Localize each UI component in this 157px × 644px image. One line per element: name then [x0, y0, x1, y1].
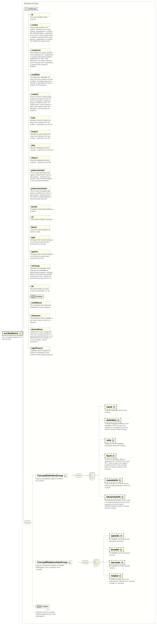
attr-how-desc: Indicates by which means the value was e…	[30, 120, 53, 126]
sequence-connector	[82, 560, 88, 564]
attr-pubconstrainturi: pubconstrainturi	[30, 187, 50, 190]
attr-type-desc: The type of the concept assigned as cont…	[30, 239, 53, 245]
attr-dir-desc: The directionality of textual content (e…	[30, 288, 53, 292]
attr-relevance-desc: The relevance of the metadata to the new…	[30, 318, 53, 323]
attr-whyuri-desc: Why the metadata has been included - exp…	[30, 160, 53, 164]
attr-xmllang: xml:lang	[30, 264, 50, 268]
root-element-desc: An excluded audience for the content.	[2, 336, 25, 340]
plus-icon[interactable]: +	[119, 575, 121, 577]
attr-creatoruri: creatoruri	[30, 48, 50, 52]
occurs-label: 0..∞	[94, 566, 98, 568]
plus-icon[interactable]: +	[117, 420, 119, 422]
occurs-label: 0..∞	[90, 479, 93, 481]
attr-pubconstraint: pubconstraint	[30, 168, 50, 172]
attr-qcode-desc: A qualified code which identifies a conc…	[30, 208, 53, 212]
elem-facet[interactable]: facet+	[105, 454, 116, 458]
plus-icon[interactable]: +	[120, 535, 122, 537]
attr-whyuri: whyuri	[30, 156, 50, 160]
attributes-box[interactable]: −attributes	[25, 7, 38, 11]
plus-icon[interactable]: +	[113, 406, 115, 408]
choice-connector	[94, 559, 99, 565]
plus-icon[interactable]: +	[121, 562, 123, 564]
any-other-desc: Extension point for provider-defined pro…	[36, 611, 60, 617]
elem-related-desc: A related concept, where the relationshi…	[109, 578, 136, 584]
attr-literal: literal	[30, 226, 50, 229]
attr-significance-desc: A qualifier which indicates the expected…	[30, 350, 53, 356]
group-label: ConceptRelationshipsGroup	[37, 561, 67, 564]
concept-definition-group[interactable]: ConceptDefinitionGroup −	[36, 474, 68, 478]
concept-definition-group-desc: A group of properties required to define…	[36, 478, 65, 482]
elem-narrower[interactable]: narrower+	[109, 560, 125, 565]
attr-why-desc: Why the metadata has been included - exp…	[30, 147, 53, 151]
attr-derivedfrom-desc: A reference to the concept from which th…	[30, 331, 53, 343]
attr-derivedfrom: derivedfrom	[30, 328, 50, 331]
minus-icon[interactable]: −	[64, 475, 66, 477]
attr-howuri-desc: Indicates by which means the value was e…	[30, 134, 53, 139]
elem-definition[interactable]: definition+	[105, 418, 121, 422]
choice-connector	[89, 472, 95, 478]
plus-icon[interactable]: +	[112, 440, 114, 442]
attr-pubconstraint-desc: One or many constraints that apply to pu…	[30, 172, 53, 182]
attr-confidence: confidence	[30, 301, 50, 304]
attr-confidence-desc: The confidence with which the metadata h…	[30, 304, 53, 308]
attr-creatoruri-desc: If the attribute is empty, specifies whi…	[30, 52, 53, 68]
plus-icon[interactable]: +	[119, 480, 121, 482]
attr-modified: modified	[30, 73, 50, 76]
root-element-label: exclAudience	[4, 332, 18, 334]
attr-how: how	[30, 116, 50, 120]
attr-typeuri-desc: The type of the concept assigned as cont…	[30, 254, 53, 259]
elem-sameas-desc: An identifier of a concept with equivale…	[109, 538, 136, 542]
attr-dir: dir	[30, 284, 50, 288]
elem-remoteinfo[interactable]: remoteInfo+	[105, 478, 123, 482]
minus-icon[interactable]: −	[26, 8, 28, 10]
minus-icon[interactable]: −	[69, 562, 71, 564]
elem-broader-desc: An identifier of a more generic concept.	[109, 552, 136, 556]
attr-creator: creator	[30, 23, 50, 27]
attr-relevance: relevance	[30, 314, 50, 318]
concept-relationships-group-desc: A group of properites required to indica…	[36, 565, 65, 570]
attributes-label: attributes	[28, 8, 37, 10]
type-label: AudienceType	[24, 2, 38, 5]
attr-qcode: qcode	[30, 205, 50, 208]
attr-uri: uri	[30, 215, 50, 219]
attr-pubconstrainturi-desc: One or many constraints that apply to pu…	[30, 190, 53, 200]
elem-related[interactable]: related+	[109, 574, 123, 578]
occurs-label: 0..∞	[47, 609, 50, 611]
elem-facet-desc: In NAR 1.8 and later, facet is deprecate…	[105, 458, 131, 470]
any-label: ##other	[41, 605, 48, 608]
attr-id: id	[30, 13, 50, 16]
group-label: ConceptDefinitionGroup	[37, 474, 63, 477]
attr-custom: custom	[30, 92, 50, 96]
attr-creator-desc: If the property value is not defined, sp…	[30, 27, 53, 42]
sequence-connector	[25, 520, 30, 524]
attr-significance: significance	[30, 346, 50, 350]
concept-relationships-group[interactable]: ConceptRelationshipsGroup −	[36, 560, 72, 564]
plus-icon[interactable]: +	[121, 496, 123, 498]
plus-icon[interactable]: +	[112, 455, 114, 457]
elem-sameas[interactable]: sameAs+	[109, 534, 124, 538]
elem-name[interactable]: name+	[105, 404, 117, 409]
elem-remoteinfo-desc: A link to an item or a web resource whic…	[105, 483, 131, 488]
elem-note-desc: Additional natural language information …	[105, 443, 131, 447]
attr-modified-desc: The date (and, optionally, the time) whe…	[30, 76, 53, 86]
attr-why: why	[30, 144, 50, 147]
sequence-connector	[76, 474, 82, 478]
elem-hierarchyinfo[interactable]: hierarchyInfo+	[105, 494, 125, 499]
minus-icon[interactable]: −	[19, 332, 21, 334]
any-prefix: any	[37, 605, 41, 608]
any-other-element: any##other	[36, 605, 49, 608]
attr-typeuri: typeuri	[30, 250, 50, 254]
elem-broader[interactable]: broader+	[109, 547, 124, 552]
elem-narrower-desc: An identifier of a more specific concept…	[109, 565, 136, 569]
attr-howuri: howuri	[30, 130, 50, 134]
any-label: ##other	[36, 296, 43, 298]
attr-xmllang-desc: Specifies the language of this property …	[30, 268, 53, 280]
attr-custom-desc: If set to true the corresponding propert…	[30, 96, 53, 112]
plus-icon[interactable]: +	[120, 549, 122, 551]
root-element[interactable]: exclAudience −	[2, 331, 23, 336]
attr-type: type	[30, 236, 50, 239]
elem-definition-desc: A natural language definition of the sem…	[105, 423, 131, 430]
elem-hierarchyinfo-desc: Represents the position of a concept in …	[105, 500, 131, 509]
attr-literal-desc: A free-text value assigned as property v…	[30, 229, 53, 233]
elem-note[interactable]: note+	[105, 438, 116, 442]
